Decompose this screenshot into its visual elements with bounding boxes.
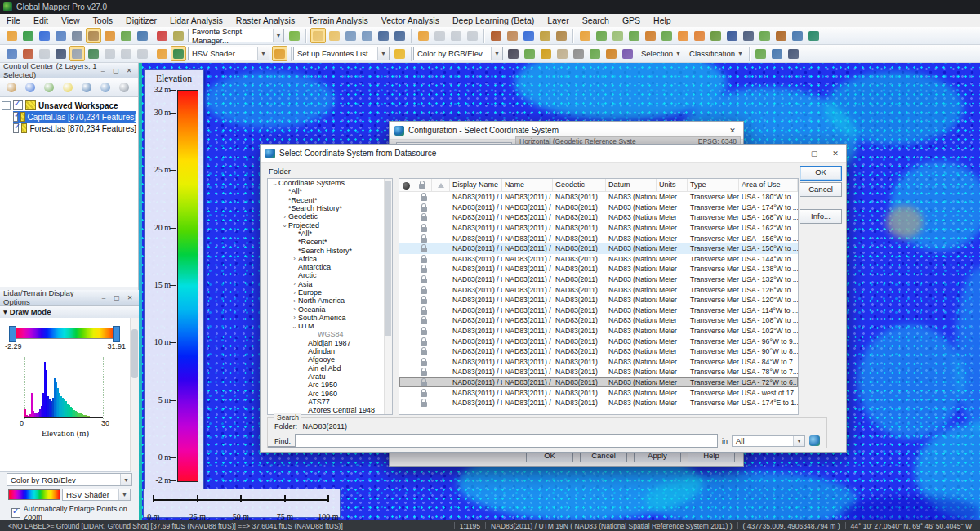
lidar-beacon-icon[interactable] xyxy=(675,28,691,43)
search-coord-icon[interactable] xyxy=(769,46,785,61)
lidar-color-class-icon[interactable] xyxy=(594,28,609,43)
lidar-boat-icon[interactable] xyxy=(806,28,822,43)
enlarge-points-checkbox[interactable] xyxy=(11,508,20,518)
tree-item-south-america[interactable]: ›South America xyxy=(268,314,392,322)
tree-item-africa[interactable]: ›Africa xyxy=(268,255,392,263)
table-row[interactable]: NAD83(2011) / U...NAD83(2011) / U...NAD8… xyxy=(399,295,798,306)
tree-item-wgs84[interactable]: WGS84 xyxy=(268,330,392,338)
close-icon[interactable]: ✕ xyxy=(123,65,135,76)
column-header[interactable] xyxy=(412,179,432,191)
lidar-draw-mode-combo[interactable]: Color by RGB/Elev▼ xyxy=(413,47,503,60)
classification-dropdown[interactable]: Classification▼ xyxy=(685,47,747,60)
attribute-table-icon[interactable] xyxy=(41,80,57,96)
layer-row-capital[interactable]: Capital.las [870,234 Features] xyxy=(13,111,136,123)
cancel-button[interactable]: Cancel xyxy=(800,182,842,197)
feature-info-icon[interactable] xyxy=(521,28,537,43)
edit-vertices-icon[interactable] xyxy=(432,28,448,43)
tree-item--search-history-[interactable]: *Search History* xyxy=(268,204,392,212)
digitizer-pencil-icon[interactable] xyxy=(416,28,431,43)
draw-mode-header[interactable]: ▾ Draw Mode xyxy=(0,306,139,319)
column-header[interactable]: Geodetic xyxy=(553,179,606,191)
measure-tool-icon[interactable] xyxy=(537,28,553,43)
chevron-down-icon[interactable]: ▼ xyxy=(491,47,502,60)
favorite-run-icon[interactable] xyxy=(287,28,302,43)
favorite-script-combo[interactable]: Favorite Script Manager...▼ xyxy=(188,29,284,42)
find-data-icon[interactable] xyxy=(135,28,150,43)
configuration-wrench-icon[interactable] xyxy=(69,28,85,43)
tree-item-adindan[interactable]: Adindan xyxy=(268,347,392,355)
view-shed-icon[interactable] xyxy=(135,46,150,61)
menu-edit[interactable]: Edit xyxy=(27,15,55,26)
table-row[interactable]: NAD83(2011) / U...NAD83(2011) / U...NAD8… xyxy=(399,212,798,223)
tree-item-north-america[interactable]: ›North America xyxy=(268,297,392,305)
lidar-extract-icon[interactable] xyxy=(522,46,537,61)
table-row[interactable]: NAD83(2011) / U...NAD83(2011) / U...NAD8… xyxy=(399,223,798,234)
viewer-3d-icon[interactable] xyxy=(53,46,69,61)
table-row[interactable]: NAD83(2011) / U...NAD83(2011) / U...NAD8… xyxy=(399,346,798,357)
control-center-icon[interactable] xyxy=(86,28,101,43)
menu-raster-analysis[interactable]: Raster Analysis xyxy=(229,15,301,26)
table-row[interactable]: NAD83(2011) / U...NAD83(2011) / U...NAD8… xyxy=(399,357,798,368)
tree-item-afgooye[interactable]: Afgooye xyxy=(268,355,392,364)
search-online-icon[interactable] xyxy=(809,435,820,446)
pan-hand-icon[interactable] xyxy=(327,28,342,43)
tree-scrollbar[interactable] xyxy=(384,179,392,414)
table-row[interactable]: NAD83(2011) / U...NAD83(2011) / U...NAD8… xyxy=(399,367,798,377)
lidar-change-icon[interactable] xyxy=(538,46,554,61)
tree-item-arctic[interactable]: Arctic xyxy=(268,271,392,279)
tree-item--search-history-[interactable]: *Search History* xyxy=(268,246,392,254)
tree-item--all-[interactable]: *All* xyxy=(268,187,392,195)
compass-pin-icon[interactable] xyxy=(20,46,36,61)
shader-mountain-active-icon[interactable] xyxy=(171,46,186,61)
menu-terrain-analysis[interactable]: Terrain Analysis xyxy=(301,15,375,26)
lidar-noise-icon[interactable] xyxy=(741,28,756,43)
search-layers-icon[interactable] xyxy=(3,80,20,96)
lidar-color-intensity-icon[interactable] xyxy=(626,28,642,43)
lidar-veg-brush-icon[interactable] xyxy=(757,28,773,43)
tree-item-arc-1960[interactable]: Arc 1960 xyxy=(268,389,392,397)
layer-checkbox[interactable] xyxy=(13,112,18,122)
close-icon[interactable]: ✕ xyxy=(825,145,846,162)
lidar-ground-icon[interactable] xyxy=(555,46,570,61)
column-header[interactable] xyxy=(432,179,450,191)
zoom-in-icon[interactable] xyxy=(343,28,359,43)
lidar-grid-icon[interactable] xyxy=(506,46,521,61)
table-row[interactable]: NAD83(2011) / U...NAD83(2011) / U...NAD8… xyxy=(399,284,798,295)
elevation-range-slider[interactable] xyxy=(11,328,118,339)
save-icon[interactable] xyxy=(37,28,52,43)
lidar-night-icon[interactable] xyxy=(724,28,740,43)
tree-item-antarctica[interactable]: Antarctica xyxy=(268,263,392,271)
chevron-down-icon[interactable]: ▼ xyxy=(273,29,283,42)
lidar-pad-icon[interactable] xyxy=(604,46,619,61)
tree-item-arc-1950[interactable]: Arc 1950 xyxy=(268,381,392,389)
menu-gps[interactable]: GPS xyxy=(616,15,647,26)
shader-combo[interactable]: HSV Shader▼ xyxy=(62,489,131,501)
layer-row-forest[interactable]: Forest.las [870,234 Features] xyxy=(13,123,136,134)
table-row[interactable]: NAD83(2011) / U...NAD83(2011) / U...NAD8… xyxy=(399,315,798,326)
maximize-icon[interactable]: ▢ xyxy=(804,145,825,162)
coordinate-system-table[interactable]: Display NameNameGeodeticDatumUnitsTypeAr… xyxy=(399,178,799,415)
table-row[interactable]: NAD83(2011) / U...NAD83(2011) / U...NAD8… xyxy=(399,233,798,243)
workspace-root-row[interactable]: − Unsaved Workspace xyxy=(2,100,136,111)
tree-item-asia[interactable]: ›Asia xyxy=(268,280,392,288)
favorites-star-icon[interactable] xyxy=(392,46,408,61)
lidar-people-icon[interactable] xyxy=(790,28,805,43)
full-view-home-icon[interactable] xyxy=(392,28,408,43)
zoom-to-layer-icon[interactable] xyxy=(78,80,95,96)
note-tool-icon[interactable] xyxy=(554,28,569,43)
table-row[interactable]: NAD83(2011) / U...NAD83(2011) / U...NAD8… xyxy=(399,254,798,265)
minimize-icon[interactable]: ‒ xyxy=(97,65,109,76)
menu-layer[interactable]: Layer xyxy=(541,15,575,26)
info-button[interactable]: Info... xyxy=(800,209,842,224)
previous-view-icon[interactable] xyxy=(376,28,391,43)
column-header[interactable] xyxy=(399,179,412,191)
table-row[interactable]: NAD83(2011) / U...NAD83(2011) / U...NAD8… xyxy=(399,387,798,398)
tree-item--recent-[interactable]: *Recent* xyxy=(268,238,392,246)
menu-file[interactable]: File xyxy=(0,15,27,26)
find-in-combo[interactable]: All▼ xyxy=(732,435,805,447)
menu-search[interactable]: Search xyxy=(576,15,616,26)
column-header[interactable]: Area of Use xyxy=(739,179,798,191)
open-datafiles-icon[interactable] xyxy=(102,28,118,43)
lidar-canopy-icon[interactable] xyxy=(587,46,603,61)
hide-layer-icon[interactable] xyxy=(116,80,132,96)
